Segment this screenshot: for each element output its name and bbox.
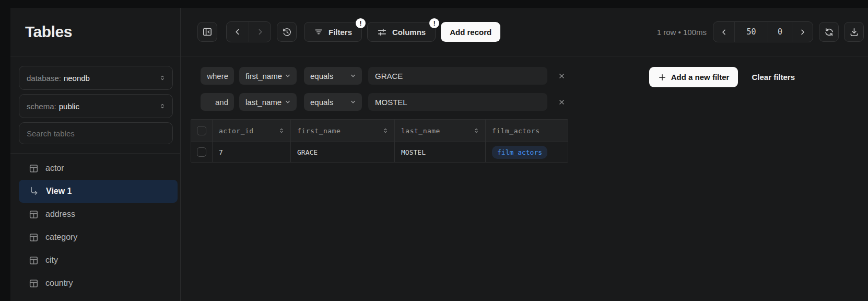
- sidebar-item-actor[interactable]: actor: [10, 157, 180, 180]
- filters-alert-badge: !: [356, 18, 366, 28]
- column-header-actor-id[interactable]: actor_id: [213, 120, 291, 142]
- schema-selector[interactable]: schema: public: [19, 94, 173, 118]
- filter-operator-value: equals: [310, 72, 333, 80]
- close-icon: [558, 99, 565, 106]
- corner-down-right-arrow-icon: [29, 186, 39, 196]
- filter-lines-icon: [314, 27, 323, 37]
- collapse-sidebar-button[interactable]: [197, 22, 217, 42]
- chevron-left-icon: [720, 28, 728, 36]
- chevrons-up-down-icon: [159, 102, 166, 110]
- cell-last-name: MOSTEL: [395, 142, 486, 162]
- film-actors-link[interactable]: film_actors: [492, 146, 547, 159]
- select-all-checkbox[interactable]: [197, 126, 206, 135]
- remove-filter-button[interactable]: [556, 96, 567, 108]
- sidebar-item-country[interactable]: country: [10, 272, 180, 295]
- table-row: 7 GRACE MOSTEL film_actors: [191, 142, 568, 162]
- column-header-film-actors[interactable]: film_actors: [486, 120, 568, 142]
- columns-button[interactable]: Columns !: [367, 22, 436, 42]
- column-header-label: film_actors: [492, 127, 540, 135]
- main-panel: Filters ! Columns ! Add record 1 row • 1…: [181, 8, 868, 301]
- row-checkbox-cell: [191, 142, 213, 162]
- page-size-value: 50: [746, 27, 756, 37]
- sort-icon[interactable]: [278, 127, 285, 134]
- filter-value-input[interactable]: [368, 67, 547, 85]
- sidebar-item-category[interactable]: category: [10, 226, 180, 249]
- table-item-label: View 1: [46, 187, 72, 196]
- column-header-last-name[interactable]: last_name: [395, 120, 486, 142]
- back-button[interactable]: [227, 22, 249, 42]
- table-icon: [29, 210, 39, 219]
- chevron-right-icon: [799, 28, 806, 36]
- table-icon: [29, 279, 39, 288]
- chevron-left-icon: [233, 28, 242, 36]
- content-area: where first_name equals: [181, 56, 868, 301]
- filter-column-value: first_name: [245, 72, 282, 80]
- forward-button[interactable]: [249, 22, 271, 42]
- refresh-button[interactable]: [819, 22, 839, 42]
- panel-collapse-icon: [202, 27, 213, 37]
- column-header-label: last_name: [401, 127, 440, 135]
- table-item-label: city: [45, 256, 58, 265]
- sidebar-item-partial[interactable]: [10, 295, 180, 301]
- add-record-button[interactable]: Add record: [441, 22, 500, 42]
- table-icon: [29, 233, 39, 242]
- filter-operator-select[interactable]: equals: [304, 67, 362, 85]
- schema-selector-label: schema:: [27, 102, 56, 111]
- next-page-button[interactable]: [792, 22, 813, 42]
- filter-column-select[interactable]: first_name: [239, 67, 297, 85]
- table-item-label: address: [45, 210, 75, 219]
- filter-conjunction-chip: and: [201, 93, 234, 111]
- history-clock-icon: [282, 27, 292, 37]
- filter-value-input[interactable]: [368, 93, 547, 111]
- download-icon: [849, 27, 859, 37]
- filters-button[interactable]: Filters !: [304, 22, 362, 42]
- sidebar-item-city[interactable]: city: [10, 249, 180, 272]
- cell-film-actors: film_actors: [486, 142, 568, 162]
- column-header-first-name[interactable]: first_name: [291, 120, 395, 142]
- filter-operator-select[interactable]: equals: [304, 93, 362, 111]
- add-new-filter-button[interactable]: Add a new filter: [649, 67, 738, 87]
- close-icon: [558, 73, 565, 79]
- row-checkbox[interactable]: [197, 147, 206, 157]
- sidebar-item-address[interactable]: address: [10, 203, 180, 226]
- table-item-label: actor: [45, 164, 64, 173]
- chevron-down-icon: [284, 72, 291, 79]
- table-icon: [29, 164, 39, 173]
- filter-conjunction-chip: where: [201, 67, 234, 85]
- filter-column-select[interactable]: last_name: [239, 93, 297, 111]
- chevron-down-icon: [349, 98, 357, 106]
- download-button[interactable]: [844, 22, 864, 42]
- page-size-field[interactable]: 50: [734, 22, 768, 42]
- results-table: actor_id first_name last_name: [191, 119, 568, 163]
- column-header-label: actor_id: [219, 127, 254, 135]
- sort-icon[interactable]: [382, 127, 389, 134]
- filter-row: and last_name equals: [201, 93, 868, 111]
- add-new-filter-label: Add a new filter: [671, 73, 730, 82]
- schema-selector-value: public: [59, 102, 79, 111]
- chevrons-up-down-icon: [159, 74, 166, 82]
- database-selector[interactable]: database: neondb: [19, 66, 173, 90]
- table-item-label: category: [45, 233, 77, 242]
- database-selector-label: database:: [27, 74, 61, 83]
- result-summary: 1 row • 100ms: [657, 28, 707, 37]
- pagination-group: 50 0: [713, 21, 813, 42]
- columns-alert-badge: !: [429, 18, 439, 28]
- page-title: Tables: [25, 23, 72, 41]
- cell-actor-id: 7: [213, 142, 291, 162]
- search-tables-input[interactable]: [27, 129, 165, 138]
- chevron-right-icon: [256, 28, 264, 36]
- page-offset-field[interactable]: 0: [768, 22, 792, 42]
- column-header-label: first_name: [297, 127, 341, 135]
- prev-page-button[interactable]: [713, 22, 734, 42]
- query-history-button[interactable]: [277, 22, 297, 42]
- sidebar-item-view-1[interactable]: View 1: [19, 180, 178, 203]
- remove-filter-button[interactable]: [556, 70, 567, 82]
- clear-filters-button[interactable]: Clear filters: [752, 73, 795, 82]
- header-checkbox-cell: [191, 120, 213, 142]
- table-list: actor View 1 address category: [10, 154, 180, 301]
- sidebar-header: Tables: [10, 8, 180, 56]
- chevron-down-icon: [349, 72, 357, 79]
- app-window: Tables database: neondb schema: public: [10, 8, 868, 301]
- sort-icon[interactable]: [473, 127, 480, 134]
- filter-column-value: last_name: [245, 98, 281, 107]
